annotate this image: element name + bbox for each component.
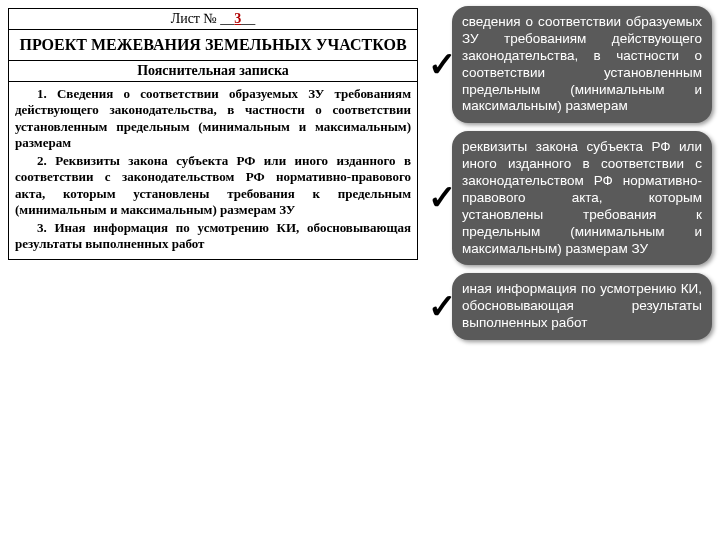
document-title: ПРОЕКТ МЕЖЕВАНИЯ ЗЕМЕЛЬНЫХ УЧАСТКОВ	[8, 30, 418, 61]
sheet-number-row: Лист № __3__	[8, 8, 418, 30]
document-subtitle: Пояснительная записка	[8, 61, 418, 82]
paragraph-1: 1. Сведения о соответствии образуемых ЗУ…	[15, 86, 411, 151]
callout-text: реквизиты закона субъекта РФ или иного и…	[452, 131, 712, 265]
paragraph-3: 3. Иная информация по усмотрению КИ, обо…	[15, 220, 411, 253]
callout-text: иная информация по усмотрению КИ, обосно…	[452, 273, 712, 340]
callout-3: ✓ иная информация по усмотрению КИ, обос…	[428, 273, 712, 340]
document-table: Лист № __3__ ПРОЕКТ МЕЖЕВАНИЯ ЗЕМЕЛЬНЫХ …	[8, 8, 418, 260]
sheet-after: __	[241, 11, 255, 26]
callout-2: ✓ реквизиты закона субъекта РФ или иного…	[428, 131, 712, 265]
callouts-panel: ✓ сведения о соответствии образуемых ЗУ …	[428, 6, 712, 340]
check-icon: ✓	[428, 290, 454, 324]
sheet-label: Лист № __	[171, 11, 235, 26]
document-body: 1. Сведения о соответствии образуемых ЗУ…	[8, 82, 418, 260]
callout-text: сведения о соответствии образуемых ЗУ тр…	[452, 6, 712, 123]
paragraph-2: 2. Реквизиты закона субъекта РФ или иног…	[15, 153, 411, 218]
callout-1: ✓ сведения о соответствии образуемых ЗУ …	[428, 6, 712, 123]
check-icon: ✓	[428, 181, 454, 215]
check-icon: ✓	[428, 48, 454, 82]
